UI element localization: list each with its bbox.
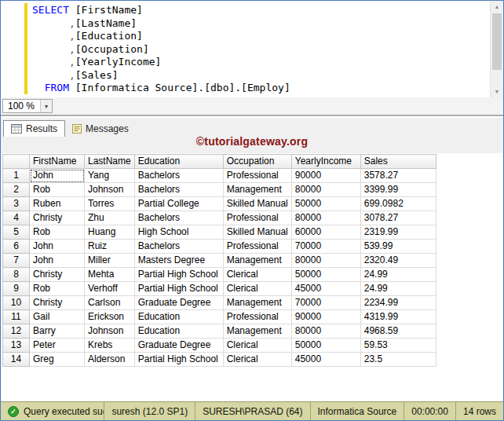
grid-cell[interactable]: Management (223, 183, 291, 197)
grid-cell[interactable]: Christy (30, 296, 85, 310)
grid-cell[interactable]: Partial College (134, 197, 223, 211)
grid-cell[interactable]: Partial High School (134, 353, 223, 367)
grid-cell[interactable]: Rob (30, 282, 85, 296)
grid-cell[interactable]: 23.5 (360, 353, 436, 367)
scrollbar-thumb[interactable] (492, 13, 502, 70)
grid-cell[interactable]: Ruben (30, 197, 85, 211)
column-header[interactable]: LastName (85, 155, 135, 169)
grid-cell[interactable]: Management (223, 296, 291, 310)
grid-cell[interactable]: 60000 (291, 225, 360, 240)
grid-cell[interactable]: 90000 (291, 169, 360, 183)
grid-cell[interactable]: Professional (223, 169, 291, 183)
zoom-dropdown[interactable]: 100 % ▾ (2, 99, 53, 113)
grid-cell[interactable]: Mehta (85, 268, 135, 282)
grid-cell[interactable]: Partial High School (134, 282, 223, 296)
grid-cell[interactable]: Professional (223, 211, 291, 225)
row-number[interactable]: 9 (3, 282, 30, 296)
grid-cell[interactable]: Clerical (223, 268, 291, 282)
grid-cell[interactable]: Graduate Degree (134, 296, 223, 310)
grid-cell[interactable]: 45000 (291, 353, 360, 367)
row-number[interactable]: 2 (3, 183, 30, 197)
grid-cell[interactable]: 59.53 (360, 339, 436, 353)
grid-cell[interactable]: John (30, 169, 85, 183)
grid-cell[interactable]: 70000 (291, 240, 360, 254)
grid-cell[interactable]: Clerical (223, 282, 291, 296)
select-all-corner[interactable] (3, 155, 30, 169)
grid-cell[interactable]: Partial High School (134, 268, 223, 282)
row-number[interactable]: 8 (3, 268, 30, 282)
grid-cell[interactable]: John (30, 254, 85, 268)
grid-cell[interactable]: Management (223, 254, 291, 268)
grid-cell[interactable]: 90000 (291, 310, 360, 324)
grid-cell[interactable]: 70000 (291, 296, 360, 310)
grid-cell[interactable]: 80000 (291, 211, 360, 225)
grid-cell[interactable]: Alderson (85, 353, 135, 367)
row-number[interactable]: 3 (3, 197, 30, 211)
grid-cell[interactable]: Bachelors (134, 211, 223, 225)
grid-cell[interactable]: Skilled Manual (223, 225, 291, 240)
row-number[interactable]: 4 (3, 211, 30, 225)
grid-cell[interactable]: Yang (85, 169, 135, 183)
row-number[interactable]: 14 (3, 353, 30, 367)
scroll-up-arrow-icon[interactable]: ▲ (491, 1, 503, 13)
grid-cell[interactable]: 50000 (291, 197, 360, 211)
grid-cell[interactable]: 50000 (291, 268, 360, 282)
column-header[interactable]: Occupation (223, 155, 291, 169)
tab-results[interactable]: Results (3, 120, 65, 137)
grid-cell[interactable]: 24.99 (360, 268, 436, 282)
grid-cell[interactable]: Ruiz (85, 240, 135, 254)
grid-cell[interactable]: Torres (85, 197, 135, 211)
grid-cell[interactable]: 4319.99 (360, 310, 436, 324)
grid-cell[interactable]: Masters Degree (134, 254, 223, 268)
grid-cell[interactable]: 539.99 (360, 240, 436, 254)
grid-cell[interactable]: Management (223, 324, 291, 339)
grid-cell[interactable]: 80000 (291, 254, 360, 268)
grid-cell[interactable]: Zhu (85, 211, 135, 225)
grid-cell[interactable]: Clerical (223, 353, 291, 367)
scroll-down-arrow-icon[interactable]: ▼ (491, 86, 503, 97)
grid-cell[interactable]: Bachelors (134, 240, 223, 254)
query-editor[interactable]: SELECT [FirstName] ,[LastName] ,[Educati… (1, 1, 503, 97)
grid-cell[interactable]: Graduate Degree (134, 339, 223, 353)
grid-cell[interactable]: Huang (85, 225, 135, 240)
grid-cell[interactable]: 3399.99 (360, 183, 436, 197)
grid-cell[interactable]: 50000 (291, 339, 360, 353)
grid-cell[interactable]: 2320.49 (360, 254, 436, 268)
grid-cell[interactable]: Professional (223, 240, 291, 254)
row-number[interactable]: 5 (3, 225, 30, 240)
grid-cell[interactable]: Johnson (85, 324, 135, 339)
grid-cell[interactable]: 2234.99 (360, 296, 436, 310)
sql-code[interactable]: SELECT [FirstName] ,[LastName] ,[Educati… (32, 4, 488, 95)
grid-cell[interactable]: Skilled Manual (223, 197, 291, 211)
chevron-down-icon[interactable]: ▾ (40, 100, 52, 112)
grid-cell[interactable]: Education (134, 310, 223, 324)
column-header[interactable]: YearlyIncome (291, 155, 360, 169)
grid-cell[interactable]: Johnson (85, 183, 135, 197)
column-header[interactable]: Education (134, 155, 223, 169)
grid-cell[interactable]: Clerical (223, 339, 291, 353)
grid-cell[interactable]: 699.0982 (360, 197, 436, 211)
grid-cell[interactable]: 4968.59 (360, 324, 436, 339)
grid-cell[interactable]: 80000 (291, 183, 360, 197)
grid-cell[interactable]: High School (134, 225, 223, 240)
grid-cell[interactable]: Verhoff (85, 282, 135, 296)
grid-cell[interactable]: 3078.27 (360, 211, 436, 225)
grid-cell[interactable]: Greg (30, 353, 85, 367)
grid-cell[interactable]: Education (134, 324, 223, 339)
grid-cell[interactable]: John (30, 240, 85, 254)
grid-cell[interactable]: Christy (30, 268, 85, 282)
grid-cell[interactable]: Peter (30, 339, 85, 353)
grid-cell[interactable]: Rob (30, 183, 85, 197)
grid-cell[interactable]: Christy (30, 211, 85, 225)
grid-cell[interactable]: 45000 (291, 282, 360, 296)
grid-cell[interactable]: Bachelors (134, 169, 223, 183)
column-header[interactable]: Sales (360, 155, 436, 169)
row-number[interactable]: 12 (3, 324, 30, 339)
row-number[interactable]: 13 (3, 339, 30, 353)
grid-cell[interactable]: 2319.99 (360, 225, 436, 240)
row-number[interactable]: 1 (3, 169, 30, 183)
tab-messages[interactable]: Messages (65, 120, 136, 137)
grid-cell[interactable]: Professional (223, 310, 291, 324)
grid-cell[interactable]: Erickson (85, 310, 135, 324)
row-number[interactable]: 10 (3, 296, 30, 310)
